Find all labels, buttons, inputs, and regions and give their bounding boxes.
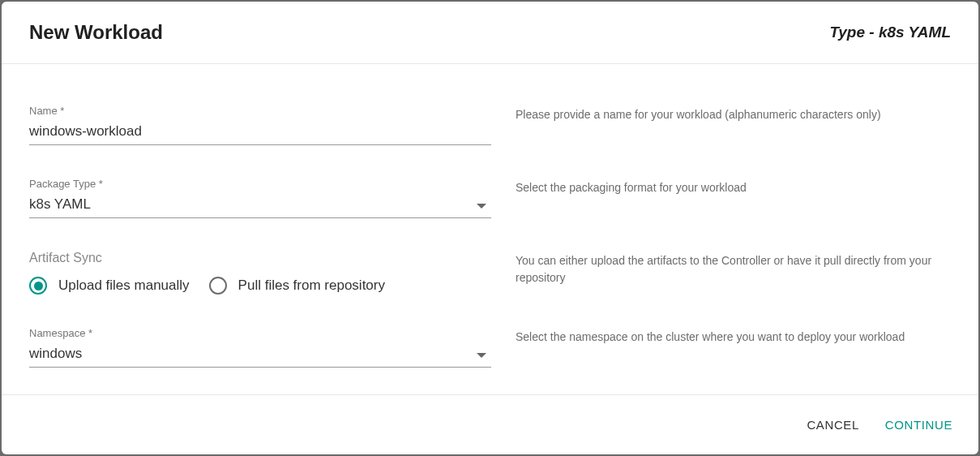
namespace-hint: Select the namespace on the cluster wher… [516,327,951,346]
type-value: k8s YAML [879,24,951,41]
modal-footer: CANCEL CONTINUE [2,394,978,454]
artifact-sync-label: Artifact Sync [29,251,491,265]
field-namespace: Namespace * windows [29,327,491,368]
continue-button[interactable]: CONTINUE [884,415,954,435]
artifact-sync-hint: You can either upload the artifacts to t… [516,251,951,286]
namespace-select[interactable]: windows [29,344,491,368]
row-artifact-sync: Artifact Sync Upload files manually Pull… [29,251,951,295]
row-package-type: Package Type * k8s YAML Select the packa… [29,178,951,218]
radio-upload-label: Upload files manually [58,277,190,294]
chevron-down-icon [477,204,486,209]
radio-pull-from-repository[interactable]: Pull files from repository [209,277,385,295]
package-type-label: Package Type * [29,178,491,190]
namespace-label: Namespace * [29,327,491,339]
radio-unselected-icon [209,277,227,295]
new-workload-modal: New Workload Type - k8s YAML Name * Plea… [2,2,978,454]
radio-upload-manually[interactable]: Upload files manually [29,277,190,295]
row-namespace: Namespace * windows Select the namespace… [29,327,951,368]
name-label: Name * [29,105,491,117]
artifact-sync-radio-group: Upload files manually Pull files from re… [29,277,491,295]
package-type-hint: Select the packaging format for your wor… [516,178,951,196]
modal-title: New Workload [29,21,163,44]
radio-pull-label: Pull files from repository [238,277,385,294]
field-artifact-sync: Artifact Sync Upload files manually Pull… [29,251,491,295]
package-type-select[interactable]: k8s YAML [29,195,491,218]
field-name: Name * [29,105,491,145]
namespace-value: windows [29,346,491,362]
radio-selected-icon [29,277,47,295]
chevron-down-icon [477,353,486,358]
cancel-button[interactable]: CANCEL [805,415,860,435]
type-prefix: Type - [829,24,879,41]
field-package-type: Package Type * k8s YAML [29,178,491,218]
name-hint: Please provide a name for your workload … [516,105,951,123]
modal-type: Type - k8s YAML [829,24,951,41]
row-name: Name * Please provide a name for your wo… [29,105,951,145]
package-type-value: k8s YAML [29,196,491,213]
modal-header: New Workload Type - k8s YAML [2,2,978,64]
name-input[interactable] [29,122,491,145]
modal-body: Name * Please provide a name for your wo… [2,64,978,394]
